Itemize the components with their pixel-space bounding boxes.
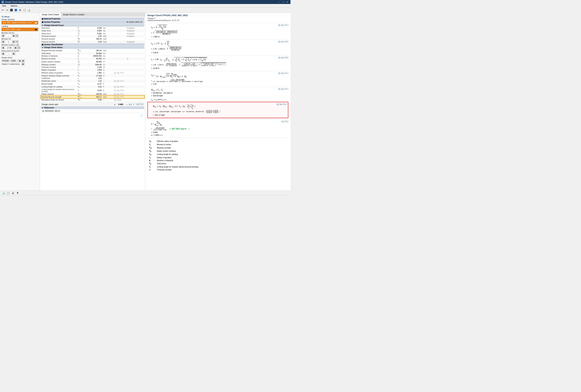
design-situation-chevron: ◀▶ bbox=[34, 22, 38, 24]
right-toolbar-btn3[interactable]: 🖨 bbox=[11, 191, 15, 195]
menu-view[interactable]: View bbox=[1, 4, 7, 7]
member-set-prev[interactable]: ◀ bbox=[2, 34, 4, 37]
section-properties-header[interactable]: ▣ Section Properties W 18x50 | AISC 16 bbox=[41, 20, 144, 24]
rts-ref: [1], Eq. F2-7 bbox=[278, 24, 288, 26]
references-header[interactable]: ▼ References bbox=[41, 106, 144, 109]
member-no-input[interactable] bbox=[5, 40, 12, 43]
member-loc-input[interactable] bbox=[5, 46, 14, 49]
center-scroll[interactable]: ▣ Material Properties ▣ Section Properti… bbox=[40, 17, 145, 191]
loading-dropdown[interactable]: 2 CO6 - 1.20D + 1.60L ◀▶ bbox=[2, 27, 38, 31]
divider-5 bbox=[148, 87, 288, 87]
right-toolbar-btn2[interactable]: 📋 bbox=[6, 191, 10, 195]
stress-prev[interactable]: ◀ bbox=[2, 52, 4, 55]
mny-formula-line: Mn,y = Cb · [Mp,y − (Mp,y − 0.7 · Fy · S… bbox=[153, 104, 275, 109]
design-check-values-header[interactable]: ▼ Design Check Values bbox=[41, 46, 144, 49]
tab-design-check-details[interactable]: Design Check Details bbox=[40, 13, 61, 16]
stress-point-label: Stress point of section bbox=[2, 50, 38, 52]
cb-formula-line: Cb = 12.5 · Mx,max 2.5 · Mx,max + 3 · MA… bbox=[151, 73, 277, 78]
table-row: Torsional constant J 1.240 in⁴ bbox=[41, 66, 144, 68]
mny-formula-block: Mn,y = Cb · [Mp,y − (Mp,y − 0.7 · Fy · S… bbox=[148, 102, 288, 118]
nominal-flexural-strength-row: Nominal flexural strength Mn,y 342.17 ki… bbox=[41, 95, 144, 98]
member-set-next[interactable]: ▶ bbox=[12, 34, 15, 37]
loading-badge: 2 bbox=[2, 28, 5, 31]
eta-formula-block: η = Mr,y Mn,y · Φb = 266.44 kipft 342.17… bbox=[148, 120, 288, 137]
table-row: Effective radius of gyration rts 1.982 i… bbox=[41, 71, 144, 74]
material-properties-header[interactable]: ▣ Material Properties bbox=[41, 17, 144, 20]
section-classification-title: Section Classification bbox=[44, 43, 63, 45]
stress-next[interactable]: ▶ bbox=[12, 52, 15, 55]
table-row: Coefficient c 1.00 -- bbox=[41, 77, 144, 79]
toolbar-btn6[interactable]: 📋 bbox=[22, 8, 26, 12]
rts-calc-line: = √ √(40.100 in⁴ · 3040.00 in⁶) 88.900 i… bbox=[151, 31, 277, 35]
member-no-label: Member No. bbox=[2, 38, 38, 40]
eta-calc-line: = 266.44 kipft 342.17 kipft · 0.90 = 307… bbox=[151, 127, 280, 131]
table-row: Braced length Lb 11.67 ft bbox=[41, 82, 144, 85]
app-icon: D bbox=[2, 1, 4, 3]
table-row: Axial force P 0.000 kip Negligible bbox=[41, 27, 144, 29]
menu-options[interactable]: Options bbox=[10, 4, 18, 7]
title-bar: D Design Check Details | Members | Steel… bbox=[0, 0, 290, 4]
design-check-prev[interactable]: ◀ bbox=[18, 59, 21, 62]
eta-condition-line: η = 0.865 ≤ 1· bbox=[151, 134, 280, 136]
minimize-button[interactable]: ─ bbox=[278, 0, 281, 3]
member-no-select[interactable]: ⊙ bbox=[16, 40, 18, 43]
table-row: Moment of inertia Iz 40.100 in⁴ ✓ bbox=[41, 57, 144, 60]
table-row: Radius of gyration rz 1.650 in bbox=[41, 68, 144, 71]
cb-result: 1.02 bbox=[153, 83, 156, 85]
legend-item: rz Radius of gyration bbox=[148, 156, 200, 159]
toolbar-btn5[interactable]: ⚙ bbox=[18, 8, 22, 12]
toolbar-undo[interactable]: ↩ bbox=[1, 8, 5, 12]
right-title: Design Check FF4100 | AISC 360 | 2022 bbox=[148, 14, 288, 17]
design-internal-forces-title: Design Internal Forces bbox=[44, 24, 64, 26]
left-panel: To Show Design Situation 2.3 DS2 - Secti… bbox=[0, 13, 40, 191]
center-export-btn[interactable]: 📄 bbox=[140, 114, 144, 118]
cb-formula-block: Cb = 12.5 · Mx,max 2.5 · Mx,max + 3 · MA… bbox=[148, 72, 288, 86]
tab-design-checks-location[interactable]: Design Checks in Location bbox=[61, 13, 86, 16]
toolbar-redo[interactable]: ↪ bbox=[5, 8, 9, 12]
center-bottom-toolbar: 📄 bbox=[41, 113, 144, 118]
mpy-calc-line: = 50.000 ksi · 101.000 in³ bbox=[151, 92, 277, 94]
toolbar-btn3[interactable]: ⬛ bbox=[10, 8, 14, 12]
design-situation-badge: 2.3 bbox=[2, 21, 6, 24]
design-check-ratio-row: Design check ratio η 0.865 -- ≤ 1 ✓ [1],… bbox=[41, 102, 144, 106]
member-loc-label: Member location x [ft] bbox=[2, 44, 38, 46]
table-row: Resistance factor for flexure Φb 0.90 --… bbox=[41, 98, 144, 101]
right-toolbar-btn1[interactable]: 📊 bbox=[2, 191, 6, 195]
stress-input[interactable] bbox=[5, 52, 12, 55]
right-toolbar-btn4[interactable]: ▼ bbox=[16, 191, 20, 195]
design-check-next[interactable]: ▶ bbox=[22, 59, 25, 62]
divider-6 bbox=[148, 119, 288, 119]
lp-symbol: Lp bbox=[151, 42, 153, 45]
references-content: [1]. ANSI/AISC 360-22 bbox=[41, 109, 144, 113]
forces-expand-icon: ▼ bbox=[42, 24, 44, 26]
maximize-button[interactable]: □ bbox=[282, 0, 285, 3]
legend-item: Iz Moment of inertia bbox=[148, 143, 200, 146]
member-set-select[interactable]: ⊙ bbox=[16, 34, 18, 37]
legend-item: Lr Limiting length for inelastic lateral… bbox=[148, 165, 200, 168]
member-loc-next[interactable]: ▶ bbox=[14, 46, 17, 49]
toolbar-btn4[interactable]: 🔵 bbox=[14, 8, 18, 12]
member-loc-nav: ◀ ▶ ⊙ bbox=[2, 46, 38, 49]
close-button[interactable]: ✕ bbox=[286, 0, 289, 3]
toolbar-btn7[interactable]: 📊 bbox=[27, 8, 31, 12]
design-situation-dropdown[interactable]: 2.3 DS2 - Section 2.3 (LRFD), 1. to 5. ◀… bbox=[2, 21, 38, 24]
to-show-title: To Show bbox=[2, 15, 38, 18]
design-internal-forces-header[interactable]: ▼ Design Internal Forces bbox=[41, 24, 144, 27]
ratio-separator: -- bbox=[126, 103, 128, 105]
member-no-prev[interactable]: ◀ bbox=[2, 40, 4, 43]
section-classification-header[interactable]: ▣ Section Classification bbox=[41, 43, 144, 46]
design-check-ratio: 0.865 bbox=[10, 59, 18, 62]
member-loc-prev[interactable]: ◀ bbox=[2, 46, 4, 49]
member-set-input[interactable] bbox=[5, 34, 12, 37]
center-panel: Design Check Details Design Checks in Lo… bbox=[40, 13, 145, 191]
chapter-info: Chapter F Lateral-torsional buckling acc… bbox=[148, 17, 288, 21]
design-check-chapter-nav[interactable]: ▶ bbox=[22, 63, 24, 65]
design-check-label: Design check bbox=[2, 57, 38, 59]
design-check-chapter-row: Chapter F | Lateral-torsio... ▶ bbox=[2, 63, 38, 65]
rts-equals: = bbox=[154, 26, 155, 28]
lp-formula-line: Lp = 1.76 · rts · √ E Fy bbox=[151, 41, 277, 46]
legend-item: Lp Limiting length for yielding bbox=[148, 153, 200, 156]
rts-formula-line: rts = √ √(Iz · Cw) Sy bbox=[151, 25, 277, 30]
member-loc-jump[interactable]: ⊙ bbox=[18, 46, 20, 49]
member-no-next[interactable]: ▶ bbox=[12, 40, 15, 43]
